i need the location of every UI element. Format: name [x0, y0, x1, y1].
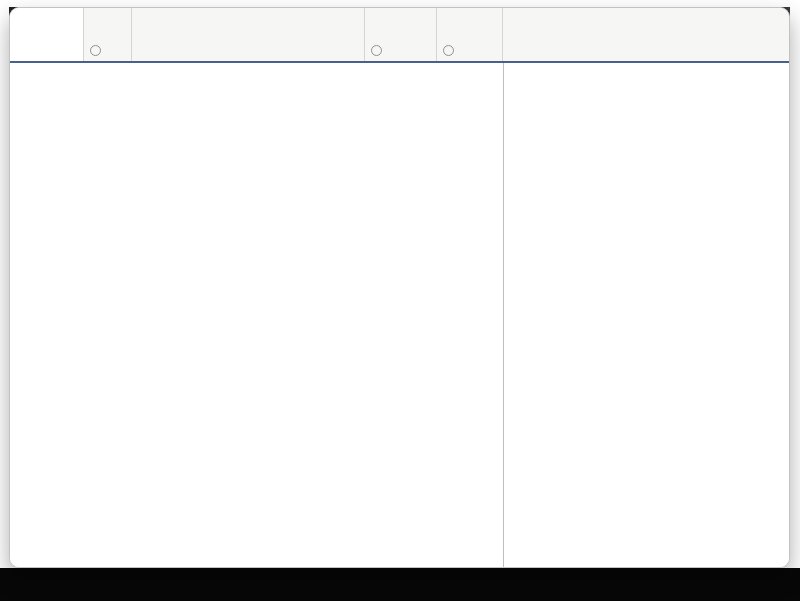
panel-gantt-divider[interactable]	[503, 63, 504, 567]
column-header-status[interactable]	[437, 8, 503, 61]
info-icon[interactable]	[443, 45, 454, 56]
sheet-header-row	[10, 8, 789, 63]
smartsheet-window	[9, 7, 790, 568]
gutter-column-header[interactable]	[10, 8, 84, 61]
info-icon[interactable]	[90, 45, 101, 56]
letterbox-bar	[0, 568, 800, 601]
column-header-assigned-to[interactable]	[365, 8, 437, 61]
sheet-grid-body	[10, 63, 789, 567]
column-header-task-name[interactable]	[132, 8, 365, 61]
gantt-timeline-header[interactable]	[503, 8, 789, 61]
screenshot-stage	[0, 0, 800, 601]
gantt-bars-layer	[503, 63, 789, 567]
info-icon[interactable]	[371, 45, 382, 56]
column-header-priority[interactable]	[84, 8, 132, 61]
